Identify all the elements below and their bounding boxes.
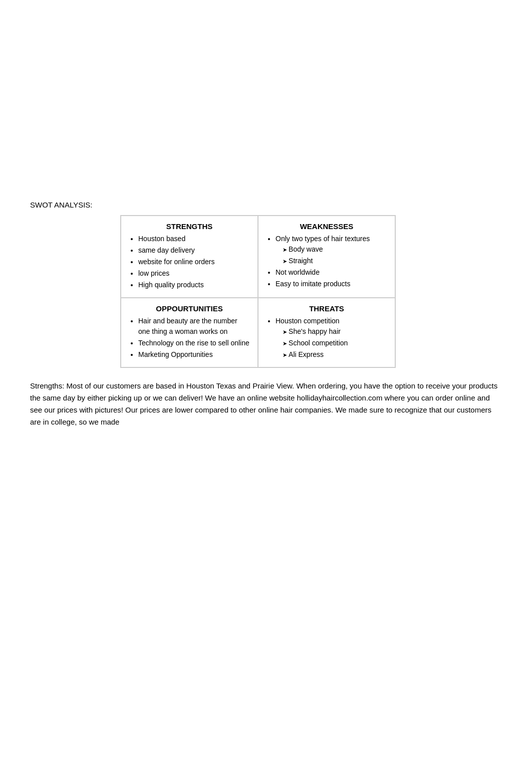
list-item: Hair and beauty are the number one thing… bbox=[138, 316, 249, 337]
threats-sub-list: She's happy hair School competition Ali … bbox=[276, 326, 387, 360]
list-item: Marketing Opportunities bbox=[138, 349, 249, 360]
strengths-cell: STRENGTHS Houston based same day deliver… bbox=[121, 216, 258, 298]
list-item: Technology on the rise to sell online bbox=[138, 338, 249, 348]
opportunities-list: Hair and beauty are the number one thing… bbox=[129, 316, 249, 360]
list-item: Only two types of hair textures Body wav… bbox=[276, 234, 387, 266]
list-item: website for online orders bbox=[138, 257, 249, 267]
weaknesses-title: WEAKNESSES bbox=[267, 222, 387, 231]
threats-title: THREATS bbox=[267, 304, 387, 313]
strengths-title: STRENGTHS bbox=[129, 222, 249, 231]
opportunities-title: OPPOURTUNITIES bbox=[129, 304, 249, 313]
list-item: High quality products bbox=[138, 280, 249, 290]
list-item: Not worldwide bbox=[276, 267, 387, 278]
list-item: Houston competition She's happy hair Sch… bbox=[276, 316, 387, 360]
threats-list: Houston competition She's happy hair Sch… bbox=[267, 316, 387, 360]
list-item: She's happy hair bbox=[283, 326, 387, 337]
swot-analysis-label: SWOT ANALYSIS: bbox=[30, 201, 502, 209]
list-item: Easy to imitate products bbox=[276, 279, 387, 289]
swot-table: STRENGTHS Houston based same day deliver… bbox=[120, 215, 396, 368]
weaknesses-cell: WEAKNESSES Only two types of hair textur… bbox=[258, 216, 395, 298]
list-item: Straight bbox=[283, 256, 387, 266]
list-item: Ali Express bbox=[283, 349, 387, 360]
weaknesses-sub-list: Body wave Straight bbox=[276, 244, 387, 266]
threats-cell: THREATS Houston competition She's happy … bbox=[258, 298, 395, 367]
list-item: School competition bbox=[283, 338, 387, 348]
list-item: Houston based bbox=[138, 234, 249, 244]
opportunities-cell: OPPOURTUNITIES Hair and beauty are the n… bbox=[121, 298, 258, 367]
list-item: Body wave bbox=[283, 244, 387, 255]
weaknesses-list: Only two types of hair textures Body wav… bbox=[267, 234, 387, 289]
list-item: low prices bbox=[138, 268, 249, 279]
description-paragraph: Strengths: Most of our customers are bas… bbox=[30, 380, 502, 428]
strengths-list: Houston based same day delivery website … bbox=[129, 234, 249, 290]
list-item: same day delivery bbox=[138, 245, 249, 256]
